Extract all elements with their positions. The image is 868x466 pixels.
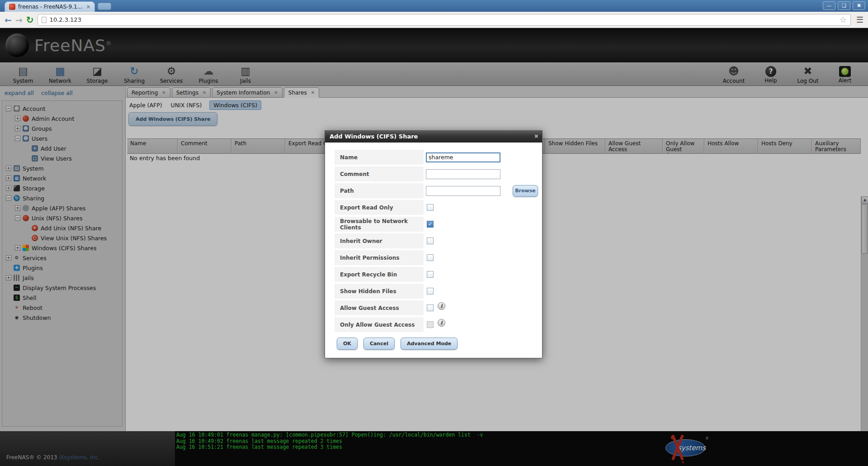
export-recycle-bin-checkbox[interactable] — [427, 271, 434, 278]
freenas-favicon-icon — [9, 4, 15, 10]
dialog-row-browsable-to-network-clients: Browsable to Network Clients✓ — [335, 217, 533, 232]
field-label-browsable-to-network-clients: Browsable to Network Clients — [335, 217, 424, 232]
dialog-buttons: OKCancelAdvanced Mode — [335, 338, 533, 350]
dialog-body: NameCommentPathBrowseExport Read OnlyBro… — [325, 143, 542, 358]
window-controls: — ❏ ✖ — [823, 1, 865, 10]
dialog-row-comment: Comment — [335, 166, 533, 181]
show-hidden-files-checkbox[interactable] — [427, 288, 434, 295]
field-control-inherit-permissions — [426, 250, 533, 265]
inherit-permissions-checkbox[interactable] — [427, 254, 434, 261]
dialog-title: Add Windows (CIFS) Share — [330, 133, 418, 140]
field-control-export-recycle-bin — [426, 267, 533, 282]
url-text: 10.2.3.123 — [50, 16, 81, 23]
field-label-inherit-permissions: Inherit Permissions — [335, 250, 424, 265]
field-control-comment — [426, 166, 533, 181]
dialog-titlebar[interactable]: Add Windows (CIFS) Share ✖ — [325, 131, 542, 143]
maximize-icon[interactable]: ❏ — [838, 1, 850, 10]
back-icon[interactable]: ← — [5, 15, 12, 25]
add-cifs-share-dialog: Add Windows (CIFS) Share ✖ NameCommentPa… — [325, 130, 542, 358]
path-input[interactable] — [426, 186, 500, 196]
tab-close-icon[interactable]: ✕ — [86, 4, 90, 10]
field-label-export-read-only: Export Read Only — [335, 200, 424, 215]
field-control-allow-guest-access: i — [426, 300, 533, 315]
forward-icon[interactable]: → — [15, 15, 23, 25]
menu-icon[interactable]: ☰ — [856, 15, 863, 24]
field-label-path: Path — [335, 183, 424, 198]
browser-addressbar: ← → ↻ 10.2.3.123 ☆ ☰ — [0, 12, 868, 28]
field-control-browsable-to-network-clients: ✓ — [426, 217, 533, 232]
browsable-to-network-clients-checkbox[interactable]: ✓ — [427, 221, 434, 228]
only-allow-guest-access-checkbox[interactable] — [427, 321, 434, 328]
new-tab-button[interactable] — [98, 3, 111, 10]
field-label-only-allow-guest-access: Only Allow Guest Access — [335, 317, 424, 332]
name-input[interactable] — [426, 152, 500, 162]
browse-button[interactable]: Browse — [513, 185, 538, 197]
field-control-show-hidden-files — [426, 284, 533, 299]
dialog-row-inherit-permissions: Inherit Permissions — [335, 250, 533, 265]
dialog-row-only-allow-guest-access: Only Allow Guest Accessi — [335, 317, 533, 332]
bookmark-star-icon[interactable]: ☆ — [840, 15, 847, 24]
cancel-button[interactable]: Cancel — [363, 338, 395, 350]
allow-guest-access-checkbox[interactable] — [427, 304, 434, 311]
field-control-path: Browse — [426, 183, 533, 198]
browser-tab[interactable]: freenas - FreeNAS-9.1… ✕ — [5, 1, 95, 12]
dialog-form: NameCommentPathBrowseExport Read OnlyBro… — [335, 150, 533, 332]
page-icon — [42, 17, 47, 23]
minimize-icon[interactable]: — — [823, 1, 835, 10]
dialog-row-allow-guest-access: Allow Guest Accessi — [335, 300, 533, 315]
close-icon[interactable]: ✖ — [853, 1, 865, 10]
field-control-export-read-only — [426, 200, 533, 215]
field-label-export-recycle-bin: Export Recycle Bin — [335, 267, 424, 282]
field-label-name: Name — [335, 150, 424, 165]
dialog-row-name: Name — [335, 150, 533, 165]
dialog-row-inherit-owner: Inherit Owner — [335, 233, 533, 248]
screen: freenas - FreeNAS-9.1… ✕ — ❏ ✖ ← → ↻ 10.… — [0, 0, 868, 466]
ok-button[interactable]: OK — [337, 338, 358, 350]
info-icon[interactable]: i — [438, 302, 445, 310]
field-label-allow-guest-access: Allow Guest Access — [335, 300, 424, 315]
field-label-inherit-owner: Inherit Owner — [335, 233, 424, 248]
info-icon[interactable]: i — [438, 319, 445, 327]
advanced-mode-button[interactable]: Advanced Mode — [401, 338, 458, 350]
dialog-row-export-read-only: Export Read Only — [335, 200, 533, 215]
reload-icon[interactable]: ↻ — [26, 14, 34, 25]
field-label-comment: Comment — [335, 166, 424, 181]
export-read-only-checkbox[interactable] — [427, 204, 434, 211]
url-field[interactable]: 10.2.3.123 ☆ — [38, 14, 851, 26]
field-control-only-allow-guest-access: i — [426, 317, 533, 332]
browser-tab-title: freenas - FreeNAS-9.1… — [18, 4, 84, 10]
dialog-close-icon[interactable]: ✖ — [534, 131, 538, 143]
field-label-show-hidden-files: Show Hidden Files — [335, 284, 424, 299]
dialog-row-export-recycle-bin: Export Recycle Bin — [335, 267, 533, 282]
inherit-owner-checkbox[interactable] — [427, 238, 434, 244]
dialog-row-show-hidden-files: Show Hidden Files — [335, 284, 533, 299]
field-control-name — [426, 150, 533, 165]
browser-titlebar: freenas - FreeNAS-9.1… ✕ — ❏ ✖ — [0, 0, 868, 12]
comment-input[interactable] — [426, 169, 500, 179]
dialog-row-path: PathBrowse — [335, 183, 533, 198]
field-control-inherit-owner — [426, 233, 533, 248]
freenas-page: FreeNAS® ▤System▦Network◪Storage↻Sharing… — [0, 28, 868, 466]
